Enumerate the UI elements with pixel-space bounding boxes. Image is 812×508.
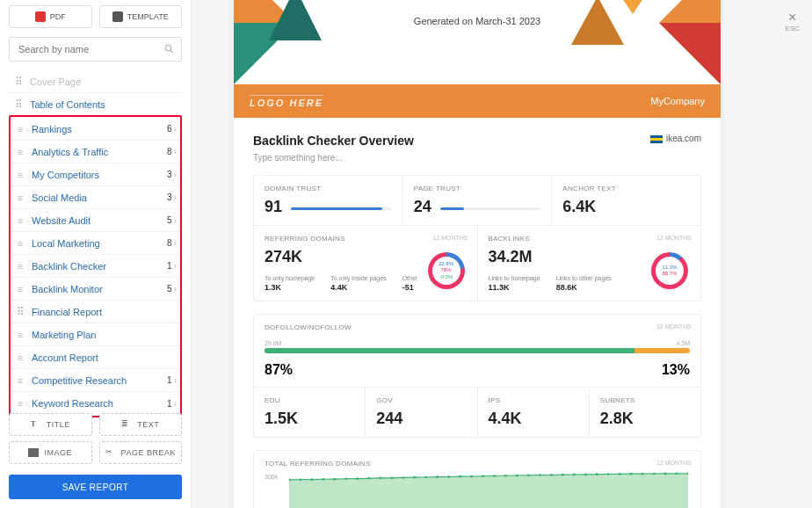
chart-total-referring: 12 MONTHS TOTAL REFERRING DOMAINS 300k <box>253 450 701 508</box>
close-icon: × <box>786 11 800 25</box>
page-subtitle[interactable]: Type something here... <box>253 153 701 163</box>
insert-pagebreak-button[interactable]: ✂PAGE BREAK <box>99 441 183 464</box>
sidebar: PDF TEMPLATE ⠿ Cover Page ⠿ Table of Con… <box>0 0 192 508</box>
tick-low: 29.8M <box>265 340 281 346</box>
nav-label: Website Audit <box>32 215 167 226</box>
nav-count: 1 <box>167 375 172 385</box>
nav-marketing-plan[interactable]: ≡Marketing Plan <box>11 323 180 346</box>
nav-competitive[interactable]: ≡Competitive Research1› <box>11 369 180 392</box>
sub-label: Other <box>402 275 418 281</box>
nav-competitors[interactable]: ≡My Competitors3› <box>11 163 180 186</box>
nav-rankings[interactable]: ≡Rankings6› <box>11 118 180 141</box>
move-icon: ⠿ <box>12 98 25 111</box>
svg-point-15 <box>436 475 439 478</box>
nav-count: 1 <box>167 399 172 409</box>
nav: ⠿ Cover Page ⠿ Table of Contents ≡Rankin… <box>9 70 182 417</box>
svg-point-36 <box>675 472 678 475</box>
nav-count: 6 <box>167 124 172 134</box>
sub-label: To only inside pages <box>330 275 386 281</box>
btn-label: TITLE <box>47 420 70 429</box>
metric-subnets: SUBNETS2.8K <box>590 388 700 437</box>
svg-point-7 <box>344 477 347 480</box>
svg-point-10 <box>379 477 381 480</box>
sub-value: 88.6K <box>556 283 612 292</box>
list-icon: ≡ <box>14 330 26 340</box>
dofollow-block: 12 MONTHS DOFOLLOW/NOFOLLOW 29.8M4.5M 87… <box>253 314 701 438</box>
nav-audit[interactable]: ≡Website Audit5› <box>11 209 180 232</box>
logo-placeholder: LOGO HERE <box>250 95 323 108</box>
save-report-button[interactable]: SAVE REPORT <box>9 475 182 499</box>
nav-financial[interactable]: ⠿Financial Report <box>11 301 180 323</box>
sub-value: 1.3K <box>265 283 315 292</box>
chevron-right-icon: › <box>174 170 177 179</box>
template-label: TEMPLATE <box>127 12 169 21</box>
metric-referring: 12 MONTHS REFERRING DOMAINS 274K To only… <box>254 226 478 301</box>
svg-point-16 <box>447 475 450 478</box>
nav-count: 8 <box>167 238 172 248</box>
insert-toolbar: TTITLE ≣TEXT IMAGE ✂PAGE BREAK <box>9 413 182 469</box>
search-container <box>9 37 182 62</box>
chevron-right-icon: › <box>174 375 177 385</box>
nav-toc[interactable]: ⠿ Table of Contents <box>9 93 182 116</box>
insert-title-button[interactable]: TTITLE <box>9 413 92 436</box>
svg-point-3 <box>299 478 301 481</box>
pct-left: 87% <box>265 362 293 378</box>
svg-point-30 <box>607 473 610 475</box>
pdf-label: PDF <box>50 12 66 21</box>
svg-point-26 <box>562 474 564 476</box>
metric-anchor-text: ANCHOR TEXT 6.4K <box>552 176 700 226</box>
move-icon: ⠿ <box>12 76 25 88</box>
metric-label: DOFOLLOW/NOFOLLOW <box>265 323 690 331</box>
nav-social[interactable]: ≡Social Media3› <box>11 186 180 209</box>
chevron-right-icon: › <box>174 192 177 202</box>
nav-cover-page[interactable]: ⠿ Cover Page <box>9 70 182 93</box>
svg-point-25 <box>550 474 553 476</box>
svg-point-13 <box>413 476 416 479</box>
chart-ytick: 300k <box>265 474 278 480</box>
nav-backlink-monitor[interactable]: ≡Backlink Monitor5› <box>11 278 180 301</box>
svg-point-28 <box>584 473 587 475</box>
svg-point-9 <box>367 477 370 480</box>
nav-backlink-checker[interactable]: ≡Backlink Checker1› <box>11 255 180 278</box>
svg-point-6 <box>333 478 336 481</box>
save-label: SAVE REPORT <box>62 483 129 492</box>
close-esc[interactable]: × ESC <box>786 11 800 33</box>
timespan: 12 MONTHS <box>656 323 692 330</box>
nav-count: 3 <box>167 192 172 202</box>
svg-point-11 <box>390 476 393 479</box>
list-icon: ≡ <box>14 192 26 203</box>
metric-label: EDU <box>265 396 354 404</box>
insert-text-button[interactable]: ≣TEXT <box>99 413 183 436</box>
nav-account-report[interactable]: ≡Account Report <box>11 346 180 369</box>
nav-label: Financial Report <box>32 307 177 317</box>
nav-analytics[interactable]: ≡Analytics & Traffic8› <box>11 141 180 163</box>
metric-domain-trust: DOMAIN TRUST 91 <box>254 176 403 226</box>
metric-value: 1.5K <box>265 410 354 428</box>
metric-gov: GOV244 <box>366 388 477 437</box>
svg-point-12 <box>402 476 404 479</box>
timespan: 12 MONTHS <box>656 460 692 466</box>
donut-chart: 22.8%78%-0.5% <box>428 252 465 289</box>
esc-label: ESC <box>786 25 800 33</box>
metric-value: 244 <box>376 410 466 428</box>
tick-high: 4.5M <box>676 340 690 346</box>
svg-point-14 <box>424 476 427 479</box>
title-icon: T <box>31 419 41 430</box>
report-content: ikea.com Backlink Checker Overview Type … <box>234 118 721 508</box>
nav-local[interactable]: ≡Local Marketing8› <box>11 232 180 255</box>
nav-label: My Competitors <box>32 170 167 180</box>
nav-keyword[interactable]: ≡Keyword Research1› <box>11 392 180 415</box>
svg-point-5 <box>322 478 324 481</box>
export-pdf-button[interactable]: PDF <box>9 5 92 28</box>
insert-image-button[interactable]: IMAGE <box>9 441 92 464</box>
svg-point-21 <box>504 475 507 477</box>
metric-label: DOMAIN TRUST <box>265 185 392 192</box>
list-icon: ≡ <box>14 238 26 249</box>
nav-label: Marketing Plan <box>32 330 177 340</box>
search-input[interactable] <box>9 37 182 62</box>
nav-label: Analytics & Traffic <box>32 147 167 157</box>
template-button[interactable]: TEMPLATE <box>99 5 183 28</box>
metric-page-trust: PAGE TRUST 24 <box>403 176 553 226</box>
svg-point-17 <box>459 475 461 478</box>
page-title: Backlink Checker Overview <box>253 134 701 148</box>
